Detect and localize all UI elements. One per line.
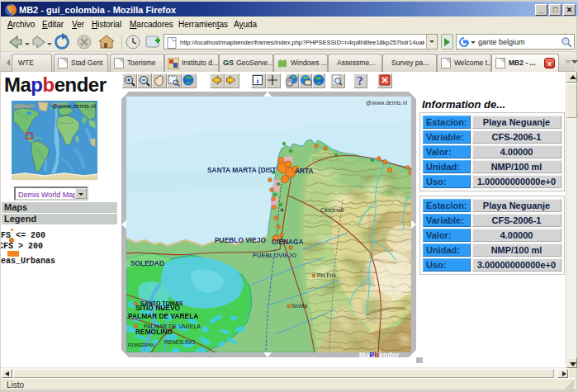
svg-text:REMOLINO: REMOLINO xyxy=(164,339,196,345)
svg-text:SANTA MARTA (DIST: SANTA MARTA (DIST xyxy=(207,166,277,174)
svg-text:✈: ✈ xyxy=(280,207,285,213)
svg-text:PALMAR DE VARELA: PALMAR DE VARELA xyxy=(128,312,198,320)
svg-text:Cincinati: Cincinati xyxy=(320,206,344,214)
svg-text:SOLEDAD: SOLEDAD xyxy=(130,259,164,267)
svg-text:?: ? xyxy=(358,75,363,87)
svg-text:F03SEDRNV: F03SEDRNV xyxy=(128,342,155,347)
svg-text:PALMAR DE VARELA: PALMAR DE VARELA xyxy=(144,324,201,329)
svg-text:ARTA: ARTA xyxy=(295,167,314,175)
svg-text:PUEBLOVIEJO: PUEBLOVIEJO xyxy=(253,252,297,259)
svg-text:CIENAGA: CIENAGA xyxy=(272,238,304,246)
svg-text:PUEBLO VIEJO: PUEBLO VIEJO xyxy=(215,236,266,244)
svg-text:@www.demis.nl: @www.demis.nl xyxy=(52,102,97,110)
svg-text:@www.demis.nl: @www.demis.nl xyxy=(366,100,407,106)
svg-text:Sevilla: Sevilla xyxy=(291,303,308,309)
svg-text:Rio Frio: Rio Frio xyxy=(317,272,336,278)
svg-text:SANTO TOMAS: SANTO TOMAS xyxy=(140,300,183,306)
